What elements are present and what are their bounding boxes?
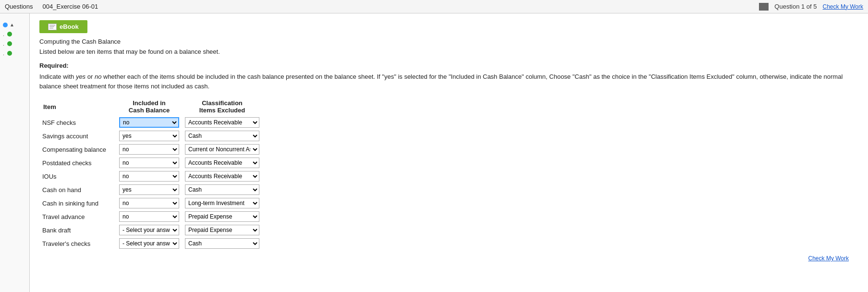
items-table: Item Included in Cash Balance Classifica…: [39, 97, 262, 250]
exercise-title: 004_Exercise 06-01: [43, 3, 98, 10]
table-row-item-0: NSF checks: [39, 116, 116, 129]
included-select-6[interactable]: - Select your answer -yesno: [119, 198, 179, 208]
table-row-item-7: Travel advance: [39, 210, 116, 223]
table-row-item-9: Traveler's checks: [39, 237, 116, 250]
sidebar-item-1[interactable]: ▲: [2, 21, 27, 28]
table-row-included-4[interactable]: - Select your answer -yesno: [116, 170, 182, 183]
included-select-3[interactable]: - Select your answer -yesno: [119, 158, 179, 168]
table-row-classification-2[interactable]: - Select your answer -CashAccounts Recei…: [182, 143, 262, 156]
ebook-icon: [48, 24, 57, 30]
classification-select-6[interactable]: - Select your answer -CashAccounts Recei…: [185, 198, 259, 208]
classification-select-8[interactable]: - Select your answer -CashAccounts Recei…: [185, 225, 259, 235]
included-select-1[interactable]: - Select your answer -yesno: [119, 131, 179, 141]
check-my-work-bottom[interactable]: Check My Work: [808, 255, 849, 262]
dot-blue-1: [3, 23, 8, 27]
section-title: Computing the Cash Balance: [39, 38, 858, 45]
classification-select-7[interactable]: - Select your answer -CashAccounts Recei…: [185, 211, 259, 222]
table-row-item-6: Cash in sinking fund: [39, 196, 116, 210]
table-row-item-3: Postdated checks: [39, 156, 116, 170]
table-row-classification-6[interactable]: - Select your answer -CashAccounts Recei…: [182, 196, 262, 210]
instructions: Indicate with yes or no whether each of …: [39, 72, 858, 91]
table-row-item-5: Cash on hand: [39, 183, 116, 196]
dot-label-2: .: [3, 31, 4, 37]
included-select-9[interactable]: - Select your answer -yesno: [119, 238, 179, 249]
up-arrow-icon: ▲: [10, 22, 14, 27]
check-my-work-top[interactable]: Check My Work: [823, 3, 863, 10]
ebook-button[interactable]: eBook: [39, 20, 87, 33]
main-content: eBook Computing the Cash Balance Listed …: [30, 13, 868, 292]
required-label: Required:: [39, 62, 858, 69]
question-icon: [759, 3, 769, 11]
table-row-classification-3[interactable]: - Select your answer -CashAccounts Recei…: [182, 156, 262, 170]
table-row-included-7[interactable]: - Select your answer -yesno: [116, 210, 182, 223]
table-row-classification-7[interactable]: - Select your answer -CashAccounts Recei…: [182, 210, 262, 223]
included-select-2[interactable]: - Select your answer -yesno: [119, 144, 179, 155]
dot-green-4: [7, 51, 12, 56]
table-row-included-6[interactable]: - Select your answer -yesno: [116, 196, 182, 210]
table-row-item-1: Savings account: [39, 129, 116, 143]
sidebar-item-4[interactable]: .: [2, 49, 27, 57]
sidebar: ▲ . . .: [0, 13, 30, 292]
included-select-7[interactable]: - Select your answer -yesno: [119, 211, 179, 222]
ebook-label: eBook: [60, 23, 79, 30]
dot-green-3: [7, 41, 12, 46]
col-header-classification: Classification Items Excluded: [182, 97, 262, 116]
col-header-included: Included in Cash Balance: [116, 97, 182, 116]
classification-select-4[interactable]: - Select your answer -CashAccounts Recei…: [185, 171, 259, 182]
table-row-included-2[interactable]: - Select your answer -yesno: [116, 143, 182, 156]
dot-label-3: .: [3, 41, 4, 47]
classification-select-9[interactable]: - Select your answer -CashAccounts Recei…: [185, 238, 259, 249]
table-row-classification-4[interactable]: - Select your answer -CashAccounts Recei…: [182, 170, 262, 183]
classification-select-5[interactable]: - Select your answer -CashAccounts Recei…: [185, 184, 259, 195]
table-row-classification-1[interactable]: - Select your answer -CashAccounts Recei…: [182, 129, 262, 143]
table-row-included-9[interactable]: - Select your answer -yesno: [116, 237, 182, 250]
classification-select-0[interactable]: - Select your answer -CashAccounts Recei…: [185, 117, 259, 128]
table-row-included-3[interactable]: - Select your answer -yesno: [116, 156, 182, 170]
included-select-5[interactable]: - Select your answer -yesno: [119, 184, 179, 195]
top-bar: Questions 004_Exercise 06-01 Question 1 …: [0, 0, 868, 13]
bottom-check-area: Check My Work: [39, 250, 858, 267]
sidebar-item-3[interactable]: .: [2, 40, 27, 48]
table-row-classification-0[interactable]: - Select your answer -CashAccounts Recei…: [182, 116, 262, 129]
table-row-item-8: Bank draft: [39, 223, 116, 237]
sidebar-item-2[interactable]: .: [2, 30, 27, 38]
table-row-included-1[interactable]: - Select your answer -yesno: [116, 129, 182, 143]
table-row-classification-8[interactable]: - Select your answer -CashAccounts Recei…: [182, 223, 262, 237]
dot-label-4: .: [3, 50, 4, 56]
section-desc: Listed below are ten items that may be f…: [39, 48, 858, 55]
table-row-included-8[interactable]: - Select your answer -yesno: [116, 223, 182, 237]
included-select-0[interactable]: - Select your answer -yesno: [119, 117, 179, 128]
classification-select-2[interactable]: - Select your answer -CashAccounts Recei…: [185, 144, 259, 155]
col-header-item: Item: [39, 97, 116, 116]
question-of-label: Question 1 of 5: [774, 3, 817, 10]
table-row-item-4: IOUs: [39, 170, 116, 183]
table-row-included-0[interactable]: - Select your answer -yesno: [116, 116, 182, 129]
table-row-classification-9[interactable]: - Select your answer -CashAccounts Recei…: [182, 237, 262, 250]
dot-green-2: [7, 32, 12, 36]
table-row-included-5[interactable]: - Select your answer -yesno: [116, 183, 182, 196]
included-select-8[interactable]: - Select your answer -yesno: [119, 225, 179, 235]
table-row-classification-5[interactable]: - Select your answer -CashAccounts Recei…: [182, 183, 262, 196]
questions-label: Questions: [5, 3, 33, 10]
included-select-4[interactable]: - Select your answer -yesno: [119, 171, 179, 182]
classification-select-1[interactable]: - Select your answer -CashAccounts Recei…: [185, 131, 259, 141]
classification-select-3[interactable]: - Select your answer -CashAccounts Recei…: [185, 158, 259, 168]
table-row-item-2: Compensating balance: [39, 143, 116, 156]
